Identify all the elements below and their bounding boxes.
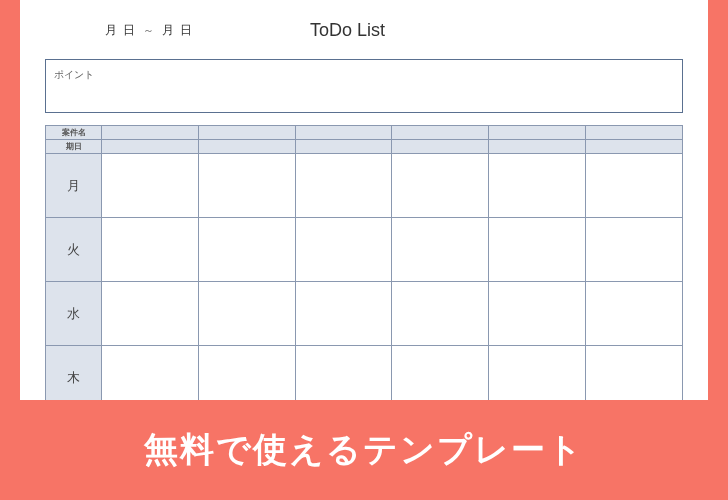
page-title: ToDo List xyxy=(310,20,385,41)
cell xyxy=(295,218,392,282)
cell xyxy=(102,346,199,401)
table-row: 木 xyxy=(46,346,683,401)
banner-text: 無料で使えるテンプレート xyxy=(144,427,584,473)
month-label-2: 月 xyxy=(162,22,174,39)
day-header-wed: 水 xyxy=(46,282,102,346)
day-label-1: 日 xyxy=(123,22,135,39)
cell xyxy=(295,154,392,218)
banner: 無料で使えるテンプレート xyxy=(0,400,728,500)
cell xyxy=(392,154,489,218)
month-label-1: 月 xyxy=(105,22,117,39)
cell xyxy=(102,282,199,346)
table-row: 水 xyxy=(46,282,683,346)
header-col xyxy=(392,126,489,154)
cell xyxy=(586,346,683,401)
table-row: 火 xyxy=(46,218,683,282)
cell xyxy=(295,282,392,346)
cell xyxy=(102,218,199,282)
cell xyxy=(392,346,489,401)
date-range-row: 月 日 ～ 月 日 ToDo List xyxy=(45,20,683,41)
header-col xyxy=(102,126,199,154)
table-row: 月 xyxy=(46,154,683,218)
day-header-thu: 木 xyxy=(46,346,102,401)
cell xyxy=(198,218,295,282)
cell xyxy=(586,218,683,282)
header-col xyxy=(586,126,683,154)
cell xyxy=(586,282,683,346)
table-header-row: 案件名 期日 xyxy=(46,126,683,154)
template-document: 月 日 ～ 月 日 ToDo List ポイント 案件名 期日 xyxy=(20,0,708,400)
header-name-label: 案件名 xyxy=(46,126,101,140)
todo-table: 案件名 期日 月 火 xyxy=(45,125,683,400)
cell xyxy=(489,218,586,282)
cell xyxy=(489,154,586,218)
date-end: 月 日 xyxy=(162,22,192,39)
date-start: 月 日 xyxy=(105,22,135,39)
day-label-2: 日 xyxy=(180,22,192,39)
cell xyxy=(198,282,295,346)
cell xyxy=(295,346,392,401)
header-col xyxy=(295,126,392,154)
cell xyxy=(102,154,199,218)
header-col xyxy=(489,126,586,154)
cell xyxy=(198,346,295,401)
point-label: ポイント xyxy=(54,69,94,80)
cell xyxy=(489,282,586,346)
cell xyxy=(489,346,586,401)
date-tilde: ～ xyxy=(143,23,154,38)
cell xyxy=(392,218,489,282)
cell xyxy=(586,154,683,218)
cell xyxy=(392,282,489,346)
day-header-mon: 月 xyxy=(46,154,102,218)
header-deadline-label: 期日 xyxy=(46,140,101,153)
header-labels-cell: 案件名 期日 xyxy=(46,126,102,154)
point-box: ポイント xyxy=(45,59,683,113)
header-col xyxy=(198,126,295,154)
day-header-tue: 火 xyxy=(46,218,102,282)
cell xyxy=(198,154,295,218)
